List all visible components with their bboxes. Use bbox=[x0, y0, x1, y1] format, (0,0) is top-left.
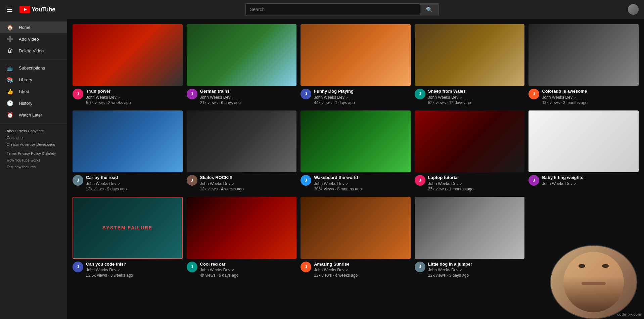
library-icon: 📚 bbox=[7, 77, 13, 83]
sidebar-small-links-2: Terms Privacy Policy & Safety How YouTub… bbox=[0, 149, 67, 172]
video-thumbnail[interactable]: SYSTEM FAILURE bbox=[73, 197, 183, 259]
video-card[interactable]: SYSTEM FAILURE J Can you code this? John… bbox=[73, 197, 183, 278]
video-channel: John Weeks Dev ✓ bbox=[314, 268, 411, 272]
video-thumbnail[interactable] bbox=[301, 197, 411, 259]
verified-icon: ✓ bbox=[346, 268, 349, 272]
video-card[interactable]: J Funny Dog Playing John Weeks Dev ✓ 44k… bbox=[301, 24, 411, 105]
sidebar-item-liked[interactable]: 👍 Liked bbox=[0, 86, 67, 97]
video-info: J Train power John Weeks Dev ✓ 5.7k view… bbox=[73, 89, 183, 105]
video-stats: 52k views · 12 days ago bbox=[428, 100, 525, 105]
video-stats: 12k views · 4 weeks ago bbox=[200, 187, 297, 191]
video-thumbnail[interactable] bbox=[187, 110, 297, 172]
sidebar-item-library[interactable]: 📚 Library bbox=[0, 74, 67, 86]
video-info: J Skates ROCK!!! John Weeks Dev ✓ 12k vi… bbox=[187, 175, 297, 191]
video-info: J Baby lifting weights John Weeks Dev ✓ bbox=[528, 175, 639, 187]
user-avatar[interactable] bbox=[628, 4, 639, 15]
logo-area[interactable]: YouTube bbox=[19, 6, 55, 13]
video-info: J Laptop tutorial John Weeks Dev ✓ 25k v… bbox=[415, 175, 525, 191]
sidebar-item-home[interactable]: 🏠 Home bbox=[0, 21, 67, 33]
channel-avatar: J bbox=[187, 175, 197, 186]
video-card[interactable]: J Cool red car John Weeks Dev ✓ 4k views… bbox=[187, 197, 297, 278]
verified-icon: ✓ bbox=[346, 182, 349, 186]
verified-icon: ✓ bbox=[118, 96, 121, 99]
verified-icon: ✓ bbox=[346, 96, 349, 99]
video-channel: John Weeks Dev ✓ bbox=[200, 95, 297, 100]
video-stats: 4k views · 6 days ago bbox=[200, 273, 297, 278]
video-card[interactable]: J Train power John Weeks Dev ✓ 5.7k view… bbox=[73, 24, 183, 105]
video-card[interactable]: J Wakeboard the world John Weeks Dev ✓ 3… bbox=[301, 110, 411, 191]
add-video-icon: ➕ bbox=[7, 36, 13, 42]
video-card[interactable]: J Colorado is awesome John Weeks Dev ✓ 1… bbox=[528, 24, 639, 105]
channel-avatar: J bbox=[301, 175, 311, 186]
video-stats: 21k views · 6 days ago bbox=[200, 100, 297, 105]
sidebar-link-creator[interactable]: Creator Advertise Developers bbox=[7, 142, 55, 146]
video-title: German trains bbox=[200, 89, 297, 94]
video-thumbnail[interactable] bbox=[415, 24, 525, 86]
hamburger-button[interactable]: ☰ bbox=[5, 4, 14, 15]
video-thumbnail[interactable] bbox=[301, 24, 411, 86]
video-thumbnail[interactable] bbox=[187, 197, 297, 259]
video-card[interactable]: J Skates ROCK!!! John Weeks Dev ✓ 12k vi… bbox=[187, 110, 297, 191]
video-meta: German trains John Weeks Dev ✓ 21k views… bbox=[200, 89, 297, 105]
video-info: J Wakeboard the world John Weeks Dev ✓ 3… bbox=[301, 175, 411, 191]
video-thumbnail[interactable] bbox=[528, 110, 639, 172]
sidebar-divider-2 bbox=[0, 124, 67, 124]
video-stats: 13k views · 9 days ago bbox=[86, 187, 183, 191]
video-thumbnail[interactable] bbox=[187, 24, 297, 86]
sidebar-link-how[interactable]: How YouTube works bbox=[7, 158, 40, 162]
channel-avatar: J bbox=[415, 89, 425, 99]
sidebar-item-history[interactable]: 🕐 History bbox=[0, 97, 67, 109]
video-card[interactable]: J Amazing Sunrise John Weeks Dev ✓ 12k v… bbox=[301, 197, 411, 278]
video-title: Car by the road bbox=[86, 175, 183, 181]
video-stats: 25k views · 1 months ago bbox=[428, 187, 525, 191]
video-card[interactable]: J German trains John Weeks Dev ✓ 21k vie… bbox=[187, 24, 297, 105]
video-stats: 12.5k views · 3 weeks ago bbox=[86, 273, 183, 278]
video-channel: John Weeks Dev ✓ bbox=[86, 95, 183, 100]
video-info: J Cool red car John Weeks Dev ✓ 4k views… bbox=[187, 262, 297, 278]
video-thumbnail[interactable] bbox=[301, 110, 411, 172]
home-icon: 🏠 bbox=[7, 24, 13, 31]
sidebar-link-contact[interactable]: Contact us bbox=[7, 136, 25, 140]
topbar: ☰ YouTube 🔍 bbox=[0, 0, 644, 19]
video-card[interactable]: J Laptop tutorial John Weeks Dev ✓ 25k v… bbox=[415, 110, 525, 191]
video-card[interactable]: J Car by the road John Weeks Dev ✓ 13k v… bbox=[73, 110, 183, 191]
video-info: J Amazing Sunrise John Weeks Dev ✓ 12k v… bbox=[301, 262, 411, 278]
video-thumbnail[interactable] bbox=[73, 24, 183, 86]
video-thumbnail[interactable] bbox=[528, 24, 639, 86]
video-title: Funny Dog Playing bbox=[314, 89, 411, 94]
video-meta: Amazing Sunrise John Weeks Dev ✓ 12k vie… bbox=[314, 262, 411, 278]
sidebar-link-terms[interactable]: Terms Privacy Policy & Safety bbox=[7, 151, 56, 155]
channel-avatar: J bbox=[301, 262, 311, 272]
sidebar-item-add-video[interactable]: ➕ Add Video bbox=[0, 33, 67, 45]
video-thumbnail[interactable] bbox=[415, 110, 525, 172]
video-meta: Funny Dog Playing John Weeks Dev ✓ 44k v… bbox=[314, 89, 411, 105]
video-meta: Cool red car John Weeks Dev ✓ 4k views ·… bbox=[200, 262, 297, 278]
youtube-logo-icon bbox=[19, 6, 30, 13]
channel-avatar: J bbox=[415, 175, 425, 186]
video-card[interactable]: J Baby lifting weights John Weeks Dev ✓ bbox=[528, 110, 639, 191]
video-channel: John Weeks Dev ✓ bbox=[200, 268, 297, 272]
channel-avatar: J bbox=[73, 89, 83, 99]
sidebar-item-delete-video[interactable]: 🗑 Delete Video bbox=[0, 45, 67, 56]
video-info: J Can you code this? John Weeks Dev ✓ 12… bbox=[73, 262, 183, 278]
video-title: Amazing Sunrise bbox=[314, 262, 411, 267]
sidebar-item-watch-later[interactable]: ⏰ Watch Later bbox=[0, 109, 67, 121]
video-card[interactable]: J Little dog in a jumper John Weeks Dev … bbox=[415, 197, 525, 278]
sidebar-item-subscriptions[interactable]: 📺 Subscriptions bbox=[0, 62, 67, 74]
sidebar: 🏠 Home ➕ Add Video 🗑 Delete Video 📺 Subs… bbox=[0, 19, 67, 319]
video-title: Laptop tutorial bbox=[428, 175, 525, 181]
video-title: Can you code this? bbox=[86, 262, 183, 267]
sidebar-link-about[interactable]: About Press Copyright bbox=[7, 129, 44, 133]
channel-avatar: J bbox=[415, 262, 425, 272]
youtube-logo-text: YouTube bbox=[32, 6, 55, 13]
video-channel: John Weeks Dev ✓ bbox=[86, 181, 183, 186]
video-title: Colorado is awesome bbox=[542, 89, 639, 94]
channel-avatar: J bbox=[73, 262, 83, 272]
verified-icon: ✓ bbox=[232, 96, 234, 99]
search-button[interactable]: 🔍 bbox=[420, 3, 439, 15]
video-card[interactable]: J Sheep from Wales John Weeks Dev ✓ 52k … bbox=[415, 24, 525, 105]
video-thumbnail[interactable] bbox=[73, 110, 183, 172]
search-input[interactable] bbox=[245, 3, 420, 15]
sidebar-link-test[interactable]: Test new features bbox=[7, 165, 36, 169]
video-thumbnail[interactable] bbox=[415, 197, 525, 259]
